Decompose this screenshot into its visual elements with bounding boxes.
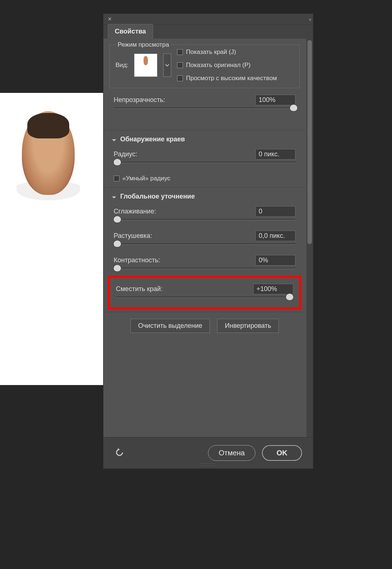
checkbox-icon[interactable] xyxy=(177,49,183,55)
check-label: Показать край (J) xyxy=(186,48,236,56)
smooth-label: Сглаживание: xyxy=(114,208,156,215)
cancel-button[interactable]: Отмена xyxy=(208,445,255,461)
shift-edge-input[interactable] xyxy=(253,284,293,294)
checkbox-icon[interactable] xyxy=(177,62,183,68)
tab-bar: Свойства xyxy=(103,25,313,39)
slider-thumb[interactable] xyxy=(113,216,121,223)
smooth-slider[interactable] xyxy=(114,219,295,220)
feather-label: Растушевка: xyxy=(114,232,152,240)
radius-input[interactable] xyxy=(255,149,295,160)
tab-properties[interactable]: Свойства xyxy=(108,24,153,39)
section-title: Обнаружение краев xyxy=(120,136,185,143)
collapse-icon[interactable]: ‹‹ xyxy=(309,16,311,22)
global-refine-heading[interactable]: Глобальное уточнение xyxy=(103,187,306,203)
slider-thumb[interactable] xyxy=(290,104,298,111)
opacity-label: Непрозрачность: xyxy=(114,96,165,104)
view-mode-legend: Режим просмотра xyxy=(115,41,171,48)
edge-detection-heading[interactable]: Обнаружение краев xyxy=(103,130,306,145)
checkbox-icon[interactable] xyxy=(114,176,119,181)
view-dropdown-chevron[interactable] xyxy=(163,54,171,77)
shift-edge-label: Сместить край: xyxy=(116,285,162,293)
section-title: Глобальное уточнение xyxy=(120,193,195,200)
checkbox-icon[interactable] xyxy=(177,75,183,81)
chevron-down-icon xyxy=(111,137,117,142)
scrollbar[interactable] xyxy=(306,39,313,468)
view-label: Вид: xyxy=(115,62,128,69)
radius-slider[interactable] xyxy=(114,162,295,163)
feather-input[interactable] xyxy=(255,231,295,241)
reset-icon[interactable] xyxy=(114,447,125,459)
check-show-edge[interactable]: Показать край (J) xyxy=(177,48,277,56)
resize-grip-icon[interactable]: :::::::::: xyxy=(200,462,216,467)
ok-button[interactable]: OK xyxy=(262,445,302,461)
check-label: Показать оригинал (P) xyxy=(186,62,250,69)
chevron-down-icon xyxy=(111,194,117,199)
check-high-quality[interactable]: Просмотр с высоким качеством xyxy=(177,75,277,82)
contrast-label: Контрастность: xyxy=(114,256,160,264)
smooth-input[interactable] xyxy=(255,206,295,217)
properties-panel: × ‹‹ Свойства Режим просмотра Вид: xyxy=(103,13,313,469)
canvas-image-face xyxy=(22,111,75,195)
check-smart-radius[interactable]: «Умный» радиус xyxy=(114,175,295,182)
slider-thumb[interactable] xyxy=(113,264,121,272)
slider-thumb[interactable] xyxy=(113,158,121,166)
slider-thumb[interactable] xyxy=(113,240,121,247)
close-icon[interactable]: × xyxy=(106,15,114,24)
view-thumbnail[interactable] xyxy=(134,54,157,77)
view-mode-fieldset: Режим просмотра Вид: Показать край (J) xyxy=(109,44,300,88)
panel-header: × ‹‹ xyxy=(103,14,313,25)
shift-edge-slider[interactable] xyxy=(116,297,293,298)
opacity-slider[interactable] xyxy=(114,107,295,109)
contrast-slider[interactable] xyxy=(114,268,295,269)
opacity-input[interactable] xyxy=(255,95,295,105)
panel-footer: Отмена OK :::::::::: xyxy=(103,437,313,468)
contrast-input[interactable] xyxy=(255,255,295,266)
shift-edge-highlight: Сместить край: xyxy=(108,276,301,310)
invert-button[interactable]: Инвертировать xyxy=(217,319,279,333)
check-label: Просмотр с высоким качеством xyxy=(186,75,277,82)
panel-body: Режим просмотра Вид: Показать край (J) xyxy=(103,39,313,468)
clear-selection-button[interactable]: Очистить выделение xyxy=(130,319,210,333)
slider-thumb[interactable] xyxy=(286,293,294,301)
feather-slider[interactable] xyxy=(114,243,295,245)
check-label: «Умный» радиус xyxy=(122,175,170,182)
canvas xyxy=(0,93,103,385)
check-show-original[interactable]: Показать оригинал (P) xyxy=(177,62,277,69)
scrollbar-thumb[interactable] xyxy=(307,40,312,244)
radius-label: Радиус: xyxy=(114,150,137,158)
